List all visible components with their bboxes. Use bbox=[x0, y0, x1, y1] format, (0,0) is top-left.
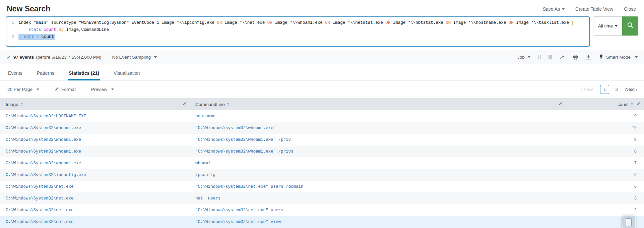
events-qualifier: (before 6/19/23 7:55:42.000 PM) bbox=[36, 55, 101, 60]
cell-image[interactable]: C:\Windows\System32\net.exe bbox=[0, 192, 190, 204]
sort-icon bbox=[631, 103, 633, 106]
caret-down-icon bbox=[111, 89, 114, 90]
pencil-icon[interactable] bbox=[558, 102, 563, 107]
cell-count[interactable]: 3 bbox=[566, 192, 644, 204]
cell-commandline[interactable]: "C:\Windows\system32\whoami.exe" bbox=[190, 122, 566, 134]
table-row: C:\Windows\System32\net.exe"C:\Windows\s… bbox=[0, 181, 644, 192]
cell-commandline[interactable]: "C:\Windows\system32\net.exe" users bbox=[190, 204, 566, 216]
job-done-check-icon: ✓ bbox=[7, 55, 11, 60]
create-table-view-button[interactable]: Create Table View bbox=[575, 6, 613, 12]
selected-text: | sort - count bbox=[18, 34, 55, 40]
search-icon bbox=[627, 22, 634, 30]
cell-count[interactable]: 7 bbox=[566, 157, 644, 169]
export-icon[interactable] bbox=[586, 54, 591, 60]
format-menu[interactable]: Format bbox=[55, 87, 76, 92]
cell-count[interactable]: 8 bbox=[566, 146, 644, 157]
caret-down-icon bbox=[528, 56, 530, 58]
job-status-bar: ✓ 97 events (before 6/19/23 7:55:42.000 … bbox=[0, 50, 644, 64]
page-title: New Search bbox=[7, 4, 50, 13]
top-bar: New Search Save As Create Table View Clo… bbox=[0, 0, 644, 16]
search-bar: 1index="main" sourcetype="WinEventLog:Sy… bbox=[0, 16, 644, 47]
cell-image[interactable]: C:\Windows\System32\HOSTNAME.EXE bbox=[0, 110, 190, 122]
cell-count[interactable]: 8 bbox=[566, 134, 644, 146]
cell-commandline[interactable]: "C:\Windows\system32\net.exe" users /dom… bbox=[190, 181, 566, 192]
search-button[interactable] bbox=[622, 16, 638, 36]
cell-image[interactable]: C:\Windows\System32\net.exe bbox=[0, 181, 190, 192]
search-query-editor[interactable]: 1index="main" sourcetype="WinEventLog:Sy… bbox=[6, 16, 590, 47]
pencil-icon[interactable] bbox=[182, 102, 187, 107]
preview-menu[interactable]: Preview bbox=[91, 87, 114, 92]
query-line: | sort - count bbox=[18, 34, 55, 41]
cell-commandline[interactable]: "C:\Windows\system32\whoami.exe" /priv bbox=[190, 134, 566, 146]
page-button-2[interactable]: 2 bbox=[615, 87, 618, 92]
time-range-picker[interactable]: All time bbox=[593, 16, 622, 36]
tab-patterns[interactable]: Patterns bbox=[36, 66, 55, 80]
caret-down-icon bbox=[562, 8, 565, 10]
events-count: 97 events bbox=[13, 55, 34, 60]
line-number: 1 bbox=[6, 19, 18, 26]
pencil-icon[interactable] bbox=[636, 102, 641, 107]
share-icon[interactable] bbox=[560, 54, 565, 60]
table-row: C:\Windows\System32\whoami.exe"C:\Window… bbox=[0, 146, 644, 157]
cell-image[interactable]: C:\Windows\System32\ipconfig.exe bbox=[0, 169, 190, 181]
caret-down-icon bbox=[154, 56, 157, 58]
column-header-image[interactable]: Image bbox=[0, 98, 190, 110]
pagination: ‹ Prev 12 Next › bbox=[581, 85, 637, 94]
page-button-1[interactable]: 1 bbox=[600, 85, 609, 94]
tab-events[interactable]: Events bbox=[7, 66, 23, 80]
cell-commandline[interactable]: "C:\Windows\system32\whoami.exe" /privs bbox=[190, 146, 566, 157]
line-number: 2 bbox=[6, 34, 18, 41]
cell-commandline[interactable]: "C:\Windows\system32\net.exe" view bbox=[190, 216, 566, 228]
caret-down-icon bbox=[615, 25, 618, 27]
stop-icon bbox=[549, 55, 552, 59]
per-page-menu[interactable]: 20 Per Page bbox=[7, 87, 39, 92]
cell-image[interactable]: C:\Windows\System32\net.exe bbox=[0, 204, 190, 216]
tab-statistics-21[interactable]: Statistics (21) bbox=[68, 66, 100, 80]
table-header: Image CommandLine count bbox=[0, 98, 644, 110]
results-table: Image CommandLine count C:\Windows\Syste… bbox=[0, 98, 644, 228]
query-line: index="main" sourcetype="WinEventLog:Sys… bbox=[18, 19, 574, 26]
caret-down-icon bbox=[37, 89, 39, 90]
caret-down-icon bbox=[635, 56, 638, 58]
cell-commandline[interactable]: net users bbox=[190, 192, 566, 204]
pause-icon bbox=[538, 55, 541, 59]
table-row: C:\Windows\System32\whoami.exewhoami7 bbox=[0, 157, 644, 169]
search-mode-menu[interactable]: Smart Mode bbox=[599, 54, 638, 60]
event-sampling-menu[interactable]: No Event Sampling bbox=[112, 55, 156, 60]
table-row: C:\Windows\System32\net.exenet users3 bbox=[0, 192, 644, 204]
cell-count[interactable]: 6 bbox=[566, 169, 644, 181]
cell-image[interactable]: C:\Windows\System32\net.exe bbox=[0, 216, 190, 228]
cell-image[interactable]: C:\Windows\System32\whoami.exe bbox=[0, 134, 190, 146]
next-page-button[interactable]: Next › bbox=[625, 87, 637, 92]
lightbulb-icon bbox=[599, 54, 603, 60]
cell-commandline[interactable]: ipconfig bbox=[190, 169, 566, 181]
cell-count[interactable]: 19 bbox=[566, 110, 644, 122]
results-controls: 20 Per Page Format Preview ‹ Prev 12 Nex… bbox=[0, 80, 644, 98]
line-number bbox=[6, 26, 18, 34]
sort-icon bbox=[21, 103, 23, 106]
print-icon[interactable] bbox=[573, 54, 578, 60]
job-menu[interactable]: Job bbox=[517, 55, 531, 60]
table-row: C:\Windows\System32\HOSTNAME.EXEhostname… bbox=[0, 110, 644, 122]
pencil-icon bbox=[55, 87, 59, 92]
cell-count[interactable]: 6 bbox=[566, 181, 644, 192]
cell-image[interactable]: C:\Windows\System32\whoami.exe bbox=[0, 157, 190, 169]
prev-page-button: ‹ Prev bbox=[581, 87, 593, 92]
cell-commandline[interactable]: whoami bbox=[190, 157, 566, 169]
column-header-commandline[interactable]: CommandLine bbox=[190, 98, 566, 110]
table-row: C:\Windows\System32\whoami.exe"C:\Window… bbox=[0, 122, 644, 134]
column-header-count[interactable]: count bbox=[566, 98, 644, 110]
cell-count[interactable]: 2 bbox=[566, 204, 644, 216]
query-line: stats count by Image,CommandLine bbox=[18, 26, 109, 34]
close-button[interactable]: Close bbox=[624, 6, 636, 12]
tab-visualization[interactable]: Visualization bbox=[113, 66, 140, 80]
cell-image[interactable]: C:\Windows\System32\whoami.exe bbox=[0, 122, 190, 134]
cell-commandline[interactable]: hostname bbox=[190, 110, 566, 122]
clipboard-overlay-icon[interactable] bbox=[622, 215, 636, 228]
tabs: EventsPatternsStatistics (21)Visualizati… bbox=[0, 66, 644, 80]
table-row: C:\Windows\System32\net.exe"C:\Windows\s… bbox=[0, 216, 644, 228]
results-table-body: C:\Windows\System32\HOSTNAME.EXEhostname… bbox=[0, 110, 644, 228]
cell-count[interactable]: 19 bbox=[566, 122, 644, 134]
cell-image[interactable]: C:\Windows\System32\whoami.exe bbox=[0, 146, 190, 157]
save-as-button[interactable]: Save As bbox=[543, 6, 565, 12]
